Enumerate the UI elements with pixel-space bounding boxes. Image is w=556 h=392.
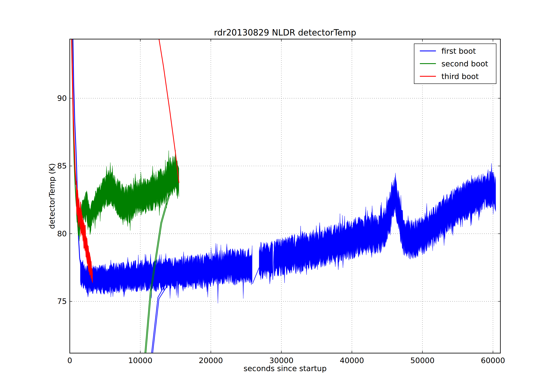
x-axis-label: seconds since startup <box>70 364 500 373</box>
matplotlib-figure: 010000200003000040000500006000075808590 … <box>0 0 556 392</box>
legend-line-third-boot <box>420 76 436 77</box>
chart-title: rdr20130829 NLDR detectorTemp <box>70 28 500 37</box>
series-first-boot-connector-line <box>273 251 274 280</box>
x-tick-label: 20000 <box>199 356 223 365</box>
legend-item-third-boot: third boot <box>414 70 496 83</box>
legend-label-third-boot: third boot <box>441 72 479 81</box>
legend-item-first-boot: first boot <box>414 45 496 57</box>
y-tick-label: 85 <box>57 161 67 170</box>
legend: first boot second boot third boot <box>414 44 496 84</box>
series-first-boot-noise-band <box>259 241 273 284</box>
y-tick-label: 90 <box>57 94 67 102</box>
x-tick-label: 10000 <box>128 356 152 365</box>
series-first-boot-dip-line <box>153 286 167 353</box>
legend-line-second-boot <box>420 63 436 64</box>
series-first-boot-noise-band <box>80 243 252 303</box>
x-tick-label: 30000 <box>269 356 294 365</box>
legend-label-first-boot: first boot <box>441 47 476 55</box>
legend-line-first-boot <box>420 51 436 51</box>
x-tick-label: 60000 <box>481 356 505 365</box>
legend-label-second-boot: second boot <box>441 59 488 68</box>
legend-item-second-boot: second boot <box>414 57 496 70</box>
x-tick-label: 50000 <box>410 356 435 365</box>
y-tick-label: 75 <box>57 297 67 306</box>
series-second-boot-noise-band <box>77 150 179 241</box>
series-first-boot-connector-line <box>252 268 259 284</box>
series-first-boot-noise-band <box>274 163 496 283</box>
x-tick-label: 0 <box>67 356 72 365</box>
y-tick-label: 80 <box>57 229 67 238</box>
y-axis-label: detectorTemp (K) <box>48 163 56 229</box>
x-tick-label: 40000 <box>340 356 364 365</box>
